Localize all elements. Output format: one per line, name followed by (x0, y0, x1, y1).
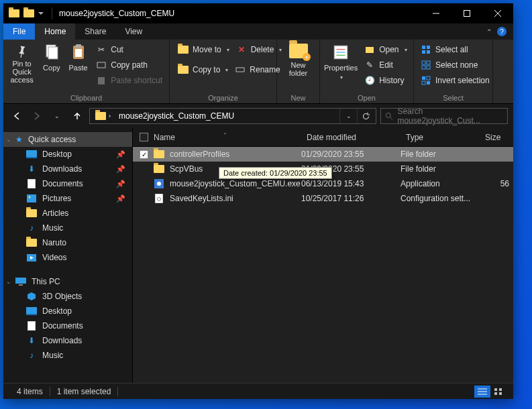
back-button[interactable] (9, 108, 25, 124)
sidebar-item-documents[interactable]: Documents📌 (3, 176, 132, 191)
svg-point-35 (29, 196, 31, 198)
history-button[interactable]: 🕘History (363, 73, 408, 88)
close-button[interactable] (482, 3, 513, 23)
folder-icon[interactable] (23, 9, 34, 17)
copy-button[interactable]: Copy (39, 41, 64, 74)
column-header-date[interactable]: Date modified (301, 133, 401, 142)
svg-rect-1 (464, 11, 470, 17)
folder-icon (178, 66, 189, 74)
properties-button[interactable]: Properties ▾ (323, 41, 359, 83)
up-button[interactable] (69, 108, 85, 124)
row-checkbox[interactable] (140, 150, 148, 159)
copy-path-icon (96, 60, 107, 70)
maximize-button[interactable] (451, 3, 482, 23)
navigation-pane[interactable]: ⌄★Quick access Desktop📌 ⬇Downloads📌 Docu… (3, 128, 133, 383)
table-row[interactable]: SavedKeyLists.ini10/25/2017 11:26Configu… (133, 191, 513, 206)
file-size: 56 (480, 179, 513, 188)
column-headers: Name⌃ Date modified Type Size (133, 128, 513, 147)
file-name: ScpVBus (170, 164, 203, 174)
scissors-icon: ✂ (96, 44, 107, 55)
chevron-down-icon: ▾ (225, 67, 228, 73)
icons-view-button[interactable] (490, 386, 507, 398)
copy-to-button[interactable]: Copy to▾ (176, 62, 229, 77)
downloads-icon: ⬇ (26, 164, 37, 174)
status-bar: 4 items 1 item selected (3, 383, 513, 399)
address-dropdown[interactable]: ⌄ (339, 109, 357, 123)
details-view-button[interactable] (474, 386, 490, 398)
sidebar-item-this-pc[interactable]: ⌄This PC (3, 274, 132, 289)
tab-file[interactable]: File (3, 23, 35, 40)
paste-button[interactable]: Paste (66, 41, 91, 74)
tooltip: Date created: 01/29/2020 23:55 (219, 167, 332, 179)
sidebar-item-3d-objects[interactable]: 3D Objects (3, 289, 132, 304)
tab-home[interactable]: Home (35, 23, 75, 40)
sidebar-item-downloads[interactable]: ⬇Downloads📌 (3, 162, 132, 176)
group-label-new: New (280, 93, 317, 103)
new-folder-button[interactable]: ✦ New folder (280, 41, 317, 80)
pin-icon: 📌 (116, 180, 125, 188)
sidebar-item-quick-access[interactable]: ⌄★Quick access (3, 132, 132, 147)
sidebar-item-music[interactable]: ♪Music (3, 221, 132, 235)
delete-button[interactable]: ✕Delete▾ (235, 42, 284, 57)
group-label-clipboard: Clipboard (6, 93, 166, 103)
svg-rect-33 (28, 179, 36, 188)
column-header-type[interactable]: Type (401, 133, 480, 142)
pin-to-quick-access-button[interactable]: Pin to Quick access (6, 41, 38, 86)
folder-icon[interactable] (9, 9, 19, 17)
sidebar-item-videos[interactable]: Videos (3, 250, 132, 265)
refresh-button[interactable] (357, 109, 374, 123)
recent-dropdown[interactable]: ⌄ (49, 108, 65, 124)
tab-share[interactable]: Share (75, 23, 115, 40)
music-icon: ♪ (26, 350, 37, 361)
window-title: mouse2joystick_Custom_CEMU (55, 9, 421, 18)
help-icon[interactable]: ? (497, 27, 507, 36)
sidebar-item-music-pc[interactable]: ♪Music (3, 348, 132, 363)
copy-path-button[interactable]: Copy path (95, 58, 164, 72)
paste-shortcut-button[interactable]: Paste shortcut (95, 73, 164, 88)
svg-rect-25 (422, 76, 425, 80)
search-input[interactable]: Search mouse2joystick_Cust... (380, 108, 508, 124)
qat-dropdown-icon[interactable] (38, 12, 44, 15)
sidebar-item-documents-pc[interactable]: Documents (3, 318, 132, 333)
open-button[interactable]: Open▾ (363, 42, 408, 57)
pin-icon: 📌 (116, 165, 125, 174)
sidebar-item-articles[interactable]: Articles (3, 206, 132, 221)
svg-rect-20 (427, 50, 430, 54)
file-type: File folder (401, 150, 480, 159)
sidebar-item-desktop-pc[interactable]: Desktop (3, 304, 132, 318)
folder-icon (95, 112, 106, 120)
column-header-name[interactable]: Name⌃ (148, 133, 301, 142)
cut-button[interactable]: ✂Cut (95, 42, 164, 57)
edit-button[interactable]: ✎Edit (363, 58, 408, 72)
address-bar[interactable]: › mouse2joystick_Custom_CEMU ⌄ (89, 108, 376, 124)
chevron-down-icon: ⌄ (6, 136, 11, 143)
chevron-down-icon: ⌄ (6, 278, 11, 285)
minimize-button[interactable] (421, 3, 451, 23)
select-none-button[interactable]: Select none (419, 58, 491, 72)
move-to-button[interactable]: Move to▾ (176, 42, 231, 57)
qat (3, 9, 49, 17)
breadcrumb-segment[interactable]: mouse2joystick_Custom_CEMU (115, 109, 238, 123)
pictures-icon (26, 193, 37, 204)
sidebar-item-downloads-pc[interactable]: ⬇Downloads (3, 333, 132, 348)
file-name: controllerProfiles (170, 150, 229, 159)
ribbon-collapse-icon[interactable]: ⌃ (486, 28, 492, 36)
sidebar-item-naruto[interactable]: Naruto (3, 235, 132, 250)
explorer-window: mouse2joystick_Custom_CEMU File Home Sha… (3, 3, 513, 399)
svg-rect-51 (494, 392, 497, 395)
folder-icon (26, 239, 37, 247)
tab-view[interactable]: View (115, 23, 152, 40)
select-all-checkbox[interactable] (140, 133, 148, 141)
table-row[interactable]: controllerProfiles01/29/2020 23:55File f… (133, 147, 513, 162)
sidebar-item-pictures[interactable]: Pictures📌 (3, 191, 132, 206)
rename-button[interactable]: Rename (233, 62, 281, 77)
select-all-button[interactable]: Select all (419, 42, 491, 57)
column-header-size[interactable]: Size (480, 133, 513, 142)
history-icon: 🕘 (364, 75, 375, 86)
invert-selection-button[interactable]: Invert selection (419, 73, 491, 88)
file-list-pane: Name⌃ Date modified Type Size controller… (133, 128, 513, 383)
sidebar-item-desktop[interactable]: Desktop📌 (3, 147, 132, 162)
address-row: ⌄ › mouse2joystick_Custom_CEMU ⌄ Search … (3, 104, 513, 128)
breadcrumb-root[interactable]: › (91, 109, 115, 123)
forward-button[interactable] (29, 108, 45, 124)
